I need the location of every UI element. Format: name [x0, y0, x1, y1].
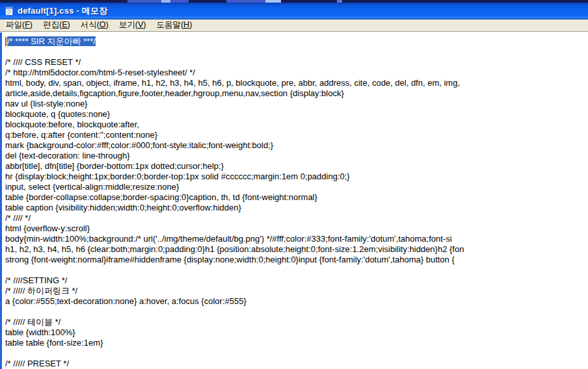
code-line-text: table {width:100%} — [5, 327, 75, 337]
code-line: /* **** SIR 지운아빠 ***/ — [5, 36, 588, 47]
code-line: table caption {visibility:hidden;width:0… — [5, 203, 588, 213]
text-caret — [5, 37, 7, 46]
code-line: /* //// */ — [5, 213, 588, 223]
code-line-text: a {color:#555;text-decoration:none} a:ho… — [5, 296, 247, 306]
code-line-text: table caption {visibility:hidden;width:0… — [5, 203, 241, 212]
code-line-text: h1, h2, h3, h4, h5, h6 {clear:both;margi… — [5, 244, 464, 254]
code-line-text: /* //// CSS RESET */ — [5, 57, 81, 67]
menu-help[interactable]: 도움말(H) — [151, 18, 197, 32]
code-line: /* http://html5doctor.com/html-5-reset-s… — [5, 68, 588, 78]
code-line: a {color:#555;text-decoration:none} a:ho… — [5, 296, 588, 307]
code-line-text: /* ///// 테이블 */ — [5, 317, 60, 327]
code-line: /* ///// PRESET */ — [5, 359, 588, 369]
code-line-text: /* ///// 하이퍼링크 */ — [5, 286, 77, 296]
code-line: article,aside,details,figcaption,figure,… — [5, 88, 588, 99]
code-line: hr {display:block;height:1px;border:0;bo… — [5, 172, 588, 182]
code-line-text: hr {display:block;height:1px;border:0;bo… — [5, 172, 350, 181]
code-line: table {width:100%} — [5, 327, 588, 338]
menu-bar: 파일(F) 편집(E) 서식(O) 보기(V) 도움말(H) — [0, 19, 588, 32]
code-line-text: /* **** SIR 지운아빠 ***/ — [7, 36, 96, 46]
code-line: abbr[title], dfn[title] {border-bottom:1… — [5, 161, 588, 172]
code-line: /* ///// 테이블 */ — [5, 317, 588, 327]
code-line: blockquote, q {quotes:none} — [5, 109, 588, 120]
code-line-text: nav ul {list-style:none} — [5, 99, 87, 108]
code-line-text: /* http://html5doctor.com/html-5-reset-s… — [5, 68, 195, 77]
menu-file[interactable]: 파일(F) — [1, 18, 38, 32]
menu-edit[interactable]: 편집(E) — [38, 18, 75, 32]
text-area[interactable]: /* **** SIR 지운아빠 ***//* //// CSS RESET *… — [0, 32, 588, 369]
code-line-text: input, select {vertical-align:middle;res… — [5, 182, 179, 192]
code-line — [5, 47, 588, 57]
code-line-text: mark {background-color:#fff;color:#000;f… — [5, 140, 273, 150]
code-line — [5, 307, 588, 317]
code-line-text: html, body, div, span, object, iframe, h… — [5, 78, 460, 88]
code-line — [5, 348, 588, 359]
code-line — [5, 265, 588, 275]
menu-view[interactable]: 보기(V) — [114, 18, 152, 32]
code-line: q:before, q:after {content:'';content:no… — [5, 130, 588, 140]
notepad-icon[interactable] — [4, 6, 14, 16]
code-line: table table {font-size:1em} — [5, 338, 588, 348]
code-line: html, body, div, span, object, iframe, h… — [5, 78, 588, 88]
code-line: /* ////SETTING */ — [5, 275, 588, 286]
code-line-text: /* ///// PRESET */ — [5, 359, 69, 368]
code-line: strong {font-weight:normal}iframe#hidden… — [5, 255, 588, 265]
code-line: body{min-width:100%;background:/* url('.… — [5, 234, 588, 244]
code-line-text: /* ////SETTING */ — [5, 275, 67, 285]
code-line-text: q:before, q:after {content:'';content:no… — [5, 130, 157, 140]
notepad-window: default[1].css - 메모장 파일(F) 편집(E) 서식(O) 보… — [0, 0, 588, 369]
code-line-text: table table {font-size:1em} — [5, 338, 103, 348]
code-line-text: /* //// */ — [5, 213, 31, 223]
code-line: blockquote:before, blockquote:after, — [5, 120, 588, 130]
code-line: input, select {vertical-align:middle;res… — [5, 182, 588, 192]
code-line-text: abbr[title], dfn[title] {border-bottom:1… — [5, 161, 224, 171]
menu-format[interactable]: 서식(O) — [75, 18, 114, 32]
code-line-text: blockquote, q {quotes:none} — [5, 109, 110, 119]
code-line: mark {background-color:#fff;color:#000;f… — [5, 140, 588, 151]
title-bar[interactable]: default[1].css - 메모장 — [0, 3, 588, 19]
code-line: h1, h2, h3, h4, h5, h6 {clear:both;margi… — [5, 244, 588, 255]
code-line: nav ul {list-style:none} — [5, 99, 588, 109]
code-line-text: article,aside,details,figcaption,figure,… — [5, 88, 344, 98]
code-line-text: blockquote:before, blockquote:after, — [5, 120, 139, 129]
code-line: table {border-collapse:collapse;border-s… — [5, 192, 588, 203]
code-line-text: strong {font-weight:normal}iframe#hidden… — [5, 255, 455, 264]
code-line: del {text-decoration: line-through} — [5, 151, 588, 161]
code-line-text: del {text-decoration: line-through} — [5, 151, 130, 160]
code-line-text: table {border-collapse:collapse;border-s… — [5, 192, 317, 202]
window-title: default[1].css - 메모장 — [18, 5, 107, 17]
code-line-text: body{min-width:100%;background:/* url('.… — [5, 234, 452, 244]
code-line: /* //// CSS RESET */ — [5, 57, 588, 68]
code-line: html {overflow-y:scroll} — [5, 223, 588, 234]
code-line: /* ///// 하이퍼링크 */ — [5, 286, 588, 296]
code-line-text: html {overflow-y:scroll} — [5, 223, 90, 233]
